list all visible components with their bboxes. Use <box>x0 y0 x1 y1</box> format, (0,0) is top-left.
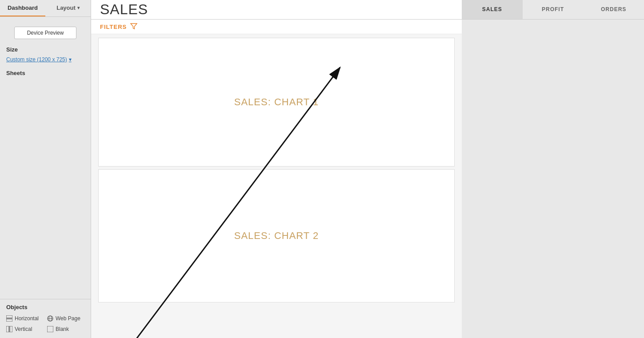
object-blank-label: Blank <box>56 326 69 332</box>
filters-label: FILTERS <box>100 24 127 30</box>
filter-icon[interactable] <box>130 22 137 31</box>
tab-layout-label: Layout <box>56 4 76 11</box>
tab-sales[interactable]: SALES <box>462 0 523 19</box>
horizontal-grid-icon <box>6 315 12 322</box>
objects-grid: Horizontal Web Page Vertical <box>6 314 84 334</box>
svg-rect-0 <box>6 315 12 318</box>
content-area: FILTERS <box>91 20 644 338</box>
object-horizontal-label: Horizontal <box>15 315 39 322</box>
page-title: SALES <box>100 1 148 18</box>
svg-rect-1 <box>6 319 12 322</box>
tab-navigation: SALES PROFIT ORDERS <box>462 0 644 19</box>
blank-square-icon <box>47 326 53 332</box>
object-vertical[interactable]: Vertical <box>6 325 44 334</box>
size-label: Size <box>6 46 84 53</box>
object-blank[interactable]: Blank <box>47 325 84 334</box>
tab-orders[interactable]: ORDERS <box>583 0 644 19</box>
sidebar-content: Device Preview Size Custom size (1200 x … <box>0 17 91 299</box>
left-panel: FILTERS <box>91 20 462 338</box>
chart-1: SALES: CHART 1 <box>98 38 455 167</box>
object-webpage[interactable]: Web Page <box>47 314 84 323</box>
objects-label: Objects <box>6 304 84 310</box>
chevron-down-icon: ▾ <box>77 5 80 10</box>
svg-rect-7 <box>47 326 53 332</box>
size-dropdown-icon: ▾ <box>69 56 72 63</box>
vertical-grid-icon <box>6 326 12 332</box>
svg-rect-6 <box>10 326 12 332</box>
size-value: Custom size (1200 x 725) <box>6 56 67 63</box>
sidebar-objects: Objects Horizontal Web Page <box>0 299 91 338</box>
charts-scroll: SALES: CHART 1 SALES: CHART 2 <box>91 34 462 338</box>
device-preview-button[interactable]: Device Preview <box>14 27 76 39</box>
sidebar: Dashboard Layout ▾ Device Preview Size C… <box>0 0 91 338</box>
svg-rect-5 <box>6 326 9 332</box>
tab-layout[interactable]: Layout ▾ <box>45 0 91 16</box>
chart-1-label: SALES: CHART 1 <box>234 96 319 108</box>
object-webpage-label: Web Page <box>56 315 80 322</box>
sheets-label: Sheets <box>6 70 84 76</box>
globe-icon <box>47 315 53 322</box>
top-strip: SALES SALES PROFIT ORDERS <box>91 0 644 20</box>
right-panel <box>462 20 644 338</box>
object-horizontal[interactable]: Horizontal <box>6 314 44 323</box>
size-selector[interactable]: Custom size (1200 x 725) ▾ <box>6 56 84 63</box>
sidebar-tab-bar: Dashboard Layout ▾ <box>0 0 91 17</box>
object-vertical-label: Vertical <box>15 326 32 332</box>
chart-2-label: SALES: CHART 2 <box>234 230 319 242</box>
chart-2: SALES: CHART 2 <box>98 169 455 302</box>
filters-area: FILTERS <box>91 20 462 34</box>
main-wrapper: SALES SALES PROFIT ORDERS FILTERS <box>91 0 644 338</box>
top-strip-left: SALES <box>91 0 462 19</box>
tab-profit[interactable]: PROFIT <box>523 0 584 19</box>
tab-dashboard[interactable]: Dashboard <box>0 0 45 16</box>
